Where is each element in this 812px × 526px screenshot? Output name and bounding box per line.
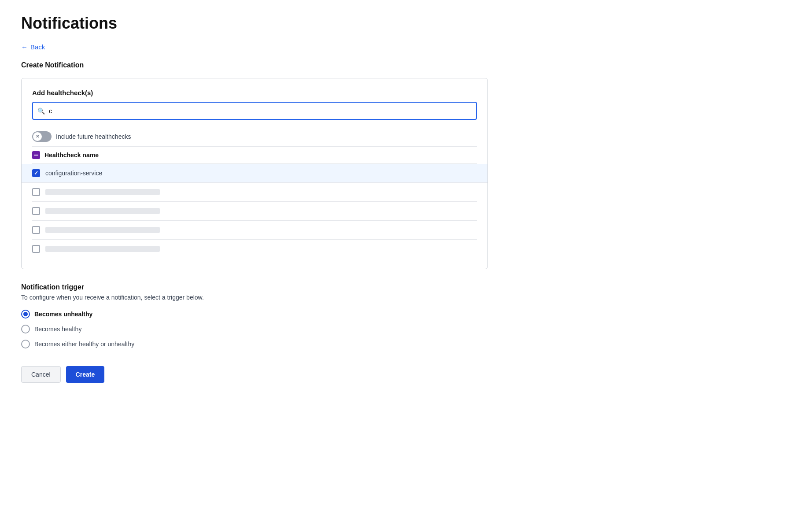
back-link[interactable]: ← Back — [21, 43, 45, 51]
trigger-option-unhealthy: Becomes unhealthy — [21, 310, 488, 319]
minus-select-icon[interactable] — [32, 151, 40, 159]
create-notification-title: Create Notification — [21, 61, 791, 69]
search-icon: 🔍 — [37, 107, 45, 115]
table-row — [32, 183, 477, 202]
create-button[interactable]: Create — [66, 366, 105, 383]
page-title: Notifications — [21, 14, 791, 33]
col-header-name: Healthcheck name — [44, 152, 99, 159]
toggle-knob: ✕ — [33, 132, 42, 141]
row-checkbox-4[interactable] — [32, 226, 40, 234]
trigger-option-either: Becomes either healthy or unhealthy — [21, 340, 488, 348]
radio-unhealthy[interactable] — [21, 310, 30, 319]
row-skeleton-5 — [45, 246, 160, 252]
search-input[interactable] — [32, 102, 477, 120]
cancel-button[interactable]: Cancel — [21, 366, 61, 383]
button-row: Cancel Create — [21, 366, 791, 383]
row-checkbox-5[interactable] — [32, 245, 40, 253]
row-checkbox-2[interactable] — [32, 188, 40, 196]
row-checkbox-1[interactable] — [32, 169, 40, 177]
row-label-1: configuration-service — [45, 170, 102, 177]
row-skeleton-2 — [45, 189, 160, 195]
table-row — [32, 221, 477, 240]
include-future-row: ✕ Include future healthchecks — [32, 127, 477, 147]
search-wrapper: 🔍 — [32, 102, 477, 120]
include-future-label: Include future healthchecks — [56, 133, 131, 140]
radio-either[interactable] — [21, 340, 30, 348]
trigger-desc: To configure when you receive a notifica… — [21, 294, 488, 301]
table-row: configuration-service — [22, 164, 487, 183]
back-link-label: Back — [30, 43, 45, 51]
row-skeleton-4 — [45, 227, 160, 233]
add-healthcheck-label: Add healthcheck(s) — [32, 89, 477, 96]
include-future-toggle[interactable]: ✕ — [32, 131, 52, 142]
trigger-section: Notification trigger To configure when y… — [21, 283, 488, 348]
table-header: Healthcheck name — [32, 147, 477, 164]
back-arrow-icon: ← — [21, 43, 28, 51]
healthcheck-card: Add healthcheck(s) 🔍 ✕ Include future he… — [21, 78, 488, 269]
row-checkbox-3[interactable] — [32, 207, 40, 215]
table-row — [32, 202, 477, 221]
radio-label-unhealthy: Becomes unhealthy — [34, 311, 92, 318]
radio-label-either: Becomes either healthy or unhealthy — [34, 341, 134, 348]
trigger-option-healthy: Becomes healthy — [21, 325, 488, 333]
toggle-x-icon: ✕ — [36, 134, 39, 139]
row-skeleton-3 — [45, 208, 160, 214]
radio-label-healthy: Becomes healthy — [34, 326, 81, 333]
radio-healthy[interactable] — [21, 325, 30, 333]
table-row — [32, 240, 477, 258]
trigger-title: Notification trigger — [21, 283, 488, 291]
